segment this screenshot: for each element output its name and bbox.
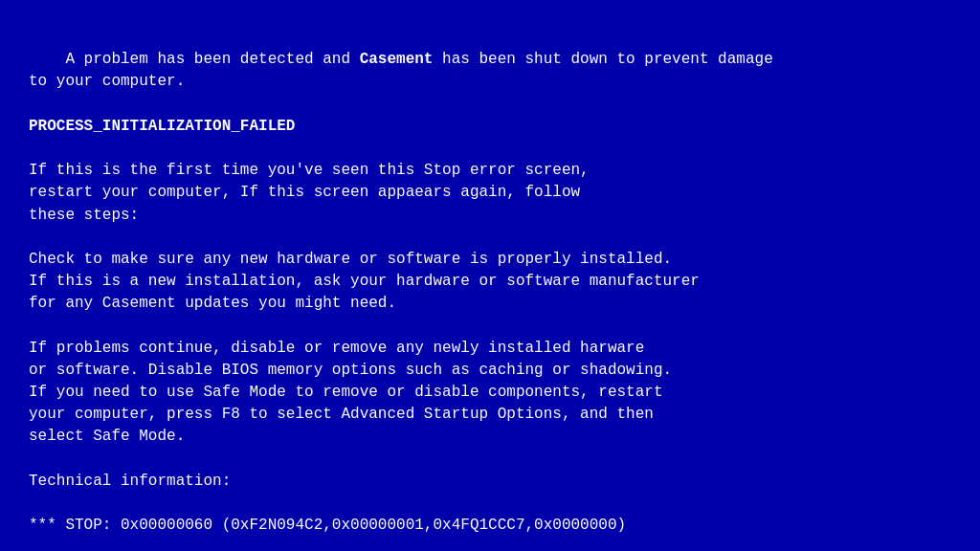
bsod-content: A problem has been detected and Casement…	[29, 27, 951, 551]
line1-suffix: has been shut down to prevent damage	[433, 51, 772, 68]
para1-line3: these steps:	[29, 207, 139, 224]
error-code: PROCESS_INITIALIZATION_FAILED	[29, 118, 295, 135]
para3-line4: your computer, press F8 to select Advanc…	[29, 406, 654, 423]
para2-line1: Check to make sure any new hardware or s…	[29, 251, 672, 268]
line1-prefix: A problem has been detected and	[65, 51, 359, 68]
para2-line2: If this is a new installation, ask your …	[29, 273, 700, 290]
para3-line2: or software. Disable BIOS memory options…	[29, 362, 672, 379]
bsod-screen: A problem has been detected and Casement…	[0, 0, 980, 551]
line2: to your computer.	[29, 73, 185, 90]
para3-line3: If you need to use Safe Mode to remove o…	[29, 384, 663, 401]
tech-header: Technical information:	[29, 473, 231, 490]
para1-line1: If this is the first time you've seen th…	[29, 162, 590, 179]
para3-line5: select Safe Mode.	[29, 428, 185, 445]
app-name: Casement	[360, 51, 434, 68]
para3-line1: If problems continue, disable or remove …	[29, 340, 644, 357]
para1-line2: restart your computer, If this screen ap…	[29, 184, 580, 201]
para2-line3: for any Casement updates you might need.	[29, 295, 396, 312]
stop-line: *** STOP: 0x00000060 (0xF2N094C2,0x00000…	[29, 517, 626, 534]
